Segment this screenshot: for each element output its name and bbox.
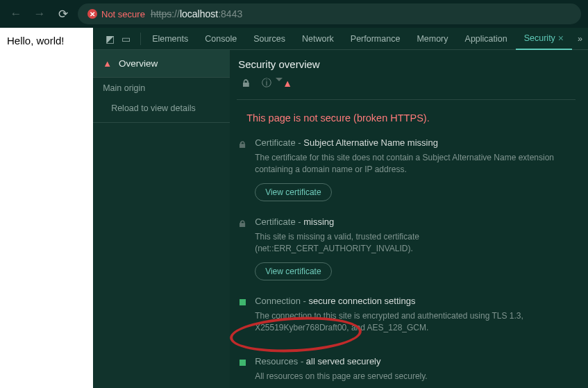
address-bar[interactable]: ✕ Not secure https://localhost:8443	[78, 3, 581, 24]
device-toolbar-icon[interactable]: ▭	[121, 33, 131, 44]
secure-indicator-icon	[240, 360, 246, 366]
url-text: https://localhost:8443	[151, 8, 242, 19]
view-certificate-button[interactable]: View certificate	[255, 183, 331, 201]
certificate-san-block: 🔒︎ Certificate - Subject Alternative Nam…	[237, 137, 576, 201]
connection-desc: The connection to this site is encrypted…	[255, 310, 576, 335]
reload-button[interactable]: ⟳	[54, 5, 72, 23]
forward-button[interactable]: →	[31, 5, 49, 23]
sidebar-overview[interactable]: ▲ Overview	[93, 50, 230, 78]
page-viewport: Hello, world!	[0, 28, 93, 388]
more-tabs-icon[interactable]: »	[572, 34, 588, 44]
lock-icon: 🔒︎	[241, 78, 251, 89]
tab-network[interactable]: Network	[294, 28, 342, 50]
security-content: Security overview 🔒︎ ⓘ ▲ This page is no…	[230, 50, 588, 388]
browser-top-bar: ← → ⟳ ✕ Not secure https://localhost:844…	[0, 0, 588, 28]
sidebar-reload-details[interactable]: Reload to view details	[93, 99, 230, 118]
tab-sources[interactable]: Sources	[245, 28, 294, 50]
connection-block: Connection - secure connection settings …	[237, 296, 576, 341]
insecure-heading: This page is not secure (broken HTTPS).	[237, 112, 576, 124]
not-secure-badge[interactable]: ✕ Not secure	[87, 9, 145, 19]
devtools-panel: ◩ ▭ Elements Console Sources Network Per…	[93, 28, 588, 388]
tab-elements[interactable]: Elements	[144, 28, 196, 50]
security-sidebar: ▲ Overview Main origin Reload to view de…	[93, 50, 230, 388]
warning-triangle-icon: ▲	[103, 58, 112, 69]
sidebar-main-origin[interactable]: Main origin	[93, 78, 230, 99]
tab-separator	[140, 33, 141, 45]
not-secure-label: Not secure	[101, 9, 145, 19]
caret-down-icon	[276, 78, 283, 81]
info-icon: ⓘ	[262, 77, 271, 90]
resources-block: Resources - all served securely All reso…	[237, 356, 576, 388]
resources-desc: All resources on this page are served se…	[255, 371, 576, 382]
not-secure-icon: ✕	[87, 9, 97, 19]
lock-dim-icon: 🔒︎	[238, 219, 247, 280]
tab-performance[interactable]: Performance	[342, 28, 409, 50]
tab-application[interactable]: Application	[457, 28, 516, 50]
view-certificate-button[interactable]: View certificate	[255, 262, 331, 280]
warning-triangle-icon: ▲	[283, 78, 292, 89]
security-overview-title: Security overview	[237, 57, 576, 76]
certificate-missing-block: 🔒︎ Certificate - missing This site is mi…	[237, 217, 576, 280]
devtools-tabs: ◩ ▭ Elements Console Sources Network Per…	[93, 28, 588, 50]
page-body-text: Hello, world!	[7, 35, 65, 47]
cert-san-desc: The certificate for this site does not c…	[255, 152, 576, 176]
security-icon-row: 🔒︎ ⓘ ▲	[237, 76, 576, 94]
secure-indicator-icon	[240, 299, 246, 305]
close-tab-icon[interactable]: ×	[558, 33, 564, 44]
inspect-icon[interactable]: ◩	[106, 33, 115, 44]
tab-security[interactable]: Security×	[516, 28, 572, 50]
cert-missing-desc: This site is missing a valid, trusted ce…	[255, 231, 576, 255]
tab-memory[interactable]: Memory	[408, 28, 456, 50]
divider	[237, 99, 576, 100]
lock-dim-icon: 🔒︎	[238, 140, 247, 201]
tab-console[interactable]: Console	[196, 28, 245, 50]
back-button[interactable]: ←	[7, 5, 25, 23]
